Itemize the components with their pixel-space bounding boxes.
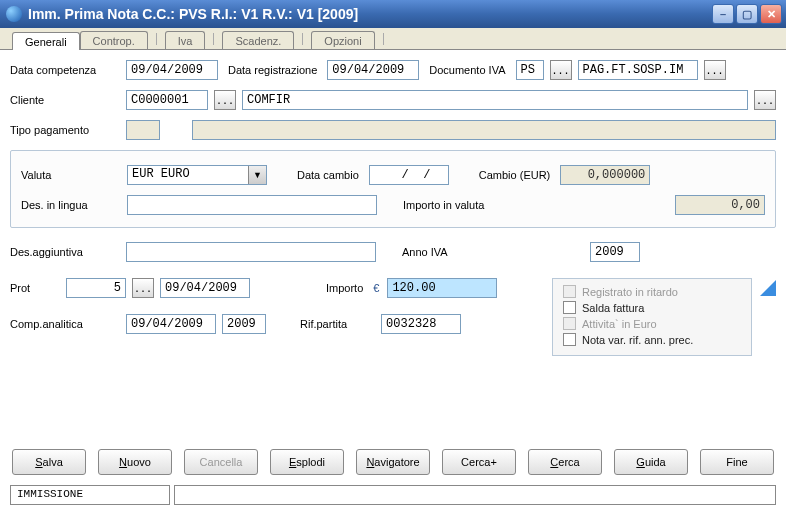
tab-separator [302, 33, 303, 45]
form-body: Data competenza Data registrazione Docum… [0, 50, 786, 511]
data-cambio-field[interactable] [369, 165, 449, 185]
fine-button[interactable]: Fine [700, 449, 774, 475]
tabstrip: Generali Controp. Iva Scadenz. Opzioni [0, 28, 786, 50]
window-controls: – ▢ ✕ [712, 4, 782, 24]
tab-opzioni[interactable]: Opzioni [311, 31, 374, 49]
cerca-button[interactable]: Cerca [528, 449, 602, 475]
importo-field[interactable] [387, 278, 497, 298]
check-attivita-euro: Attivita` in Euro [563, 317, 741, 330]
cambio-field [560, 165, 650, 185]
check-salda-fattura[interactable]: Salda fattura [563, 301, 741, 314]
anno-iva-field[interactable] [590, 242, 640, 262]
importo-valuta-field [675, 195, 765, 215]
tab-separator [213, 33, 214, 45]
comp-analitica-year-field[interactable] [222, 314, 266, 334]
valuta-combobox[interactable]: EUR EURO ▼ [127, 165, 267, 185]
tab-separator [156, 33, 157, 45]
tab-iva[interactable]: Iva [165, 31, 206, 49]
cliente-lookup-button[interactable]: ... [214, 90, 236, 110]
documento-iva-code-field[interactable] [516, 60, 544, 80]
label-data-cambio: Data cambio [297, 169, 359, 181]
label-documento-iva: Documento IVA [429, 64, 505, 76]
label-des-aggiuntiva: Des.aggiuntiva [10, 246, 120, 258]
minimize-button[interactable]: – [712, 4, 734, 24]
flags-panel: Registrato in ritardo Salda fattura Atti… [552, 278, 752, 356]
cliente-name-field[interactable] [242, 90, 748, 110]
documento-iva-more-button[interactable]: ... [704, 60, 726, 80]
prot-lookup-button[interactable]: ... [132, 278, 154, 298]
chevron-down-icon[interactable]: ▼ [248, 166, 266, 184]
cliente-more-button[interactable]: ... [754, 90, 776, 110]
titlebar: Imm. Prima Nota C.C.: PVS R.I.: V1 R.V.:… [0, 0, 786, 28]
data-competenza-field[interactable] [126, 60, 218, 80]
checkbox-icon[interactable] [563, 301, 576, 314]
data-registrazione-field[interactable] [327, 60, 419, 80]
tab-scadenz[interactable]: Scadenz. [222, 31, 294, 49]
checkbox-icon [563, 317, 576, 330]
label-comp-analitica: Comp.analitica [10, 318, 120, 330]
action-button-bar: Salva Nuovo Cancella Esplodi Navigatore … [10, 443, 776, 481]
label-des-lingua: Des. in lingua [21, 199, 121, 211]
comp-analitica-date-field[interactable] [126, 314, 216, 334]
label-valuta: Valuta [21, 169, 121, 181]
window-title: Imm. Prima Nota C.C.: PVS R.I.: V1 R.V.:… [28, 6, 712, 22]
des-lingua-field[interactable] [127, 195, 377, 215]
valuta-groupbox: Valuta EUR EURO ▼ Data cambio Cambio (EU… [10, 150, 776, 228]
maximize-button[interactable]: ▢ [736, 4, 758, 24]
status-message [174, 485, 776, 505]
tipo-pagamento-desc-field [192, 120, 776, 140]
guida-button[interactable]: Guida [614, 449, 688, 475]
label-anno-iva: Anno IVA [402, 246, 448, 258]
check-registrato-ritardo: Registrato in ritardo [563, 285, 741, 298]
label-cambio: Cambio (EUR) [479, 169, 551, 181]
navigatore-button[interactable]: Navigatore [356, 449, 430, 475]
label-importo-valuta: Importo in valuta [403, 199, 484, 211]
rif-partita-field[interactable] [381, 314, 461, 334]
resize-handle-icon[interactable] [758, 278, 776, 296]
prot-num-field[interactable] [66, 278, 126, 298]
app-icon [6, 6, 22, 22]
label-tipo-pagamento: Tipo pagamento [10, 124, 120, 136]
label-rif-partita: Rif.partita [300, 318, 347, 330]
prot-date-field[interactable] [160, 278, 250, 298]
valuta-value: EUR EURO [128, 166, 248, 184]
documento-iva-lookup-button[interactable]: ... [550, 60, 572, 80]
cerca-plus-button[interactable]: Cerca+ [442, 449, 516, 475]
status-mode: IMMISSIONE [10, 485, 170, 505]
label-data-competenza: Data competenza [10, 64, 120, 76]
close-button[interactable]: ✕ [760, 4, 782, 24]
tab-generali[interactable]: Generali [12, 32, 80, 50]
cancella-button: Cancella [184, 449, 258, 475]
tab-separator [383, 33, 384, 45]
label-data-registrazione: Data registrazione [228, 64, 317, 76]
checkbox-icon [563, 285, 576, 298]
esplodi-button[interactable]: Esplodi [270, 449, 344, 475]
checkbox-icon[interactable] [563, 333, 576, 346]
statusbar: IMMISSIONE [10, 485, 776, 505]
cliente-code-field[interactable] [126, 90, 208, 110]
euro-icon: € [373, 282, 379, 294]
salva-button[interactable]: Salva [12, 449, 86, 475]
nuovo-button[interactable]: Nuovo [98, 449, 172, 475]
tipo-pagamento-code-field [126, 120, 160, 140]
des-aggiuntiva-field[interactable] [126, 242, 376, 262]
tab-controp[interactable]: Controp. [80, 31, 148, 49]
label-prot: Prot [10, 282, 60, 294]
documento-iva-desc-field[interactable] [578, 60, 698, 80]
check-nota-var[interactable]: Nota var. rif. ann. prec. [563, 333, 741, 346]
label-cliente: Cliente [10, 94, 120, 106]
label-importo: Importo [326, 282, 363, 294]
